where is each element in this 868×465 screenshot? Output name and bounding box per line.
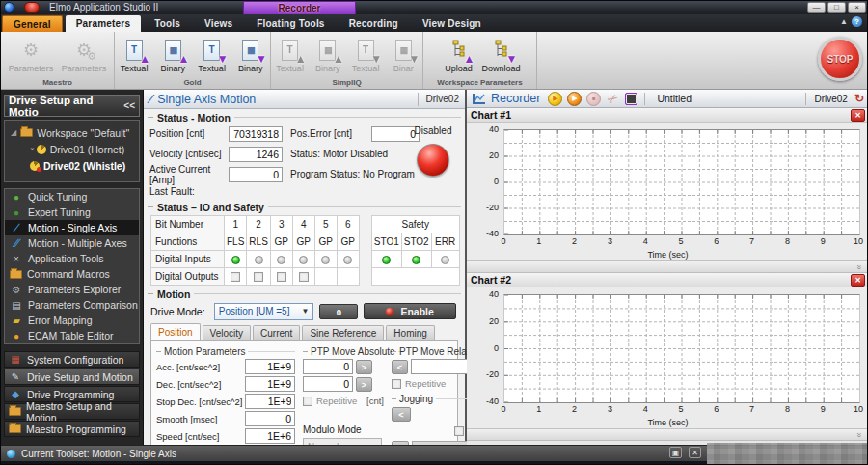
tab-current[interactable]: Current: [253, 325, 300, 340]
ribbon-button-textual[interactable]: T▼Textual: [193, 36, 231, 73]
param-field-0[interactable]: [245, 359, 295, 374]
ribbon-group-maestro: ⚙Parameters⚙⚙ParametersMaestro: [1, 32, 115, 89]
recorder-file-name[interactable]: Untitled: [652, 93, 800, 104]
menu-tab-tools[interactable]: Tools: [144, 15, 191, 32]
app-menu-icon[interactable]: [4, 2, 14, 13]
minimize-icon[interactable]: —: [807, 2, 826, 13]
close-icon[interactable]: ×: [848, 2, 866, 13]
fit-icon[interactable]: [625, 93, 637, 105]
floating-recorder-tab[interactable]: Recorder: [243, 1, 356, 14]
safety-column-label: STO2: [401, 233, 431, 251]
param-field-4[interactable]: [245, 428, 295, 444]
collapse-ribbon-icon[interactable]: ▲: [840, 17, 848, 26]
enable-button[interactable]: Enable: [364, 303, 456, 319]
expert-tuning-icon: ●: [10, 207, 23, 218]
tab-velocity[interactable]: Velocity: [203, 325, 251, 340]
motor-disabled-indicator[interactable]: [417, 144, 449, 177]
menu-tab-views[interactable]: Views: [194, 15, 243, 32]
active-current-field[interactable]: [229, 167, 283, 182]
ptp-absolute-go-1-button[interactable]: >: [356, 360, 372, 374]
digital-output-cell[interactable]: [225, 268, 247, 286]
sync-icon[interactable]: ↻: [854, 93, 864, 105]
sidebar-item-parameters-comparison[interactable]: ▤Parameters Comparison: [5, 297, 139, 313]
ribbon-button-textual[interactable]: T▲Textual: [115, 36, 153, 73]
digital-output-cell[interactable]: [270, 268, 292, 286]
quick-stop-icon[interactable]: [24, 2, 40, 13]
sidebar-item-label: Command Macros: [27, 268, 110, 280]
ribbon-button-download[interactable]: ▼Download: [480, 36, 523, 73]
sidebar-item-command-macros[interactable]: Command Macros: [5, 266, 139, 282]
tree-item-drive01-hornet[interactable]: ×Drive01 (Hornet): [5, 141, 139, 157]
sidebar-section-system-configuration[interactable]: ▦System Configuration: [4, 351, 140, 368]
ribbon-button-binar: ▦▼Binar: [385, 36, 422, 73]
expander-icon[interactable]: ◢: [11, 128, 16, 137]
run-held-checkbox[interactable]: [454, 426, 464, 436]
digital-input-led: [247, 251, 270, 268]
sidebar-section-maestro-setup-and-motion[interactable]: Maestro Setup and Motion: [4, 403, 140, 420]
output-checkbox[interactable]: [231, 272, 240, 282]
sidebar-item-application-tools[interactable]: ×Application Tools: [5, 251, 139, 266]
sidebar-item-quick-tuning[interactable]: ●Quick Tuning: [5, 189, 139, 205]
ptp-absolute-target-1[interactable]: [303, 359, 353, 374]
help-icon[interactable]: ?: [852, 16, 862, 27]
sidebar-collapse-button[interactable]: <<: [123, 100, 135, 111]
gear-icon: ⚙: [17, 37, 44, 63]
chevron-double-down-icon[interactable]: »: [854, 432, 863, 437]
ribbon-button-upload[interactable]: ▲Upload: [438, 36, 480, 73]
velocity-field[interactable]: [229, 147, 283, 162]
ribbon-button-binary[interactable]: ▦▼Binary: [231, 36, 270, 73]
sidebar-item-ecam-table-editor[interactable]: ●ECAM Table Editor: [5, 328, 139, 343]
zero-counter-button[interactable]: 0: [319, 304, 358, 319]
io-cell: [314, 268, 337, 286]
output-checkbox[interactable]: [277, 272, 286, 282]
param-field-2[interactable]: [245, 394, 295, 409]
close-icon[interactable]: ✕: [851, 274, 865, 287]
param-field-3[interactable]: [245, 411, 295, 426]
jog-left-button[interactable]: <: [392, 407, 411, 422]
ribbon-button-binary[interactable]: ▦▲Binary: [153, 36, 192, 73]
drive-mode-select[interactable]: Position [UM =5] ▼: [214, 303, 314, 320]
menu-tab-view-design[interactable]: View Design: [412, 15, 492, 32]
sidebar-item-label: Error Mapping: [28, 315, 93, 326]
chevron-double-down-icon[interactable]: »: [854, 264, 863, 269]
ptp-absolute-target-2[interactable]: [303, 376, 353, 392]
menu-tab-floating-tools[interactable]: Floating Tools: [246, 15, 335, 32]
menu-tab-parameters[interactable]: Parameters: [66, 15, 141, 32]
restore-icon[interactable]: ▣: [669, 447, 682, 458]
sidebar-item-motion-single-axis[interactable]: ∕Motion - Single Axis: [5, 220, 139, 235]
ribbon-corner-buttons: ▲ ?: [840, 16, 862, 27]
close-icon[interactable]: ✕: [689, 447, 701, 458]
sidebar-item-parameters-explorer[interactable]: ⚙Parameters Explorer: [5, 282, 139, 297]
sidebar-section-drive-setup-and-motion[interactable]: ✎Drive Setup and Motion: [4, 369, 140, 385]
menu-tab-recording[interactable]: Recording: [339, 15, 409, 32]
output-checkbox[interactable]: [299, 272, 309, 282]
ptp-absolute-go-2-button[interactable]: >: [356, 377, 372, 392]
sidebar-section-maestro-programming[interactable]: Maestro Programming: [4, 421, 140, 437]
position-field[interactable]: [229, 126, 283, 142]
tree-item-workspace-default[interactable]: ◢Workspace "Default": [5, 124, 139, 141]
digital-output-cell[interactable]: [247, 268, 270, 286]
param-field-1[interactable]: [245, 376, 295, 392]
y-tick-label: 40: [467, 124, 499, 134]
close-icon[interactable]: ✕: [851, 109, 865, 122]
io-cell: GP: [270, 233, 292, 251]
tree-item-drive02-whistle[interactable]: Drive02 (Whistle): [5, 157, 139, 174]
ptp-relative-back-button[interactable]: <: [392, 360, 408, 374]
tab-sine-reference[interactable]: Sine Reference: [302, 325, 384, 340]
digital-output-cell[interactable]: [292, 268, 314, 286]
tab-position[interactable]: Position: [150, 323, 201, 340]
sidebar-item-error-mapping[interactable]: ▰Error Mapping: [5, 313, 139, 328]
sidebar-item-label: Motion - Multiple Axes: [28, 237, 127, 249]
menu-tab-general[interactable]: General: [2, 15, 63, 32]
emergency-stop-button[interactable]: STOP: [818, 37, 862, 81]
sidebar-item-motion-multiple-axes[interactable]: ∕∕Motion - Multiple Axes: [5, 235, 139, 251]
chart-1-collapse-strip: »: [467, 261, 868, 273]
tab-homing[interactable]: Homing: [386, 325, 434, 340]
ptp-relative-repetitive-checkbox[interactable]: [392, 379, 401, 389]
output-checkbox[interactable]: [254, 272, 263, 282]
play-orange-icon[interactable]: ▶: [567, 92, 582, 106]
play-icon[interactable]: ▶: [548, 92, 562, 106]
ptp-absolute-repetitive-checkbox[interactable]: [303, 397, 312, 406]
sidebar-item-expert-tuning[interactable]: ●Expert Tuning: [5, 205, 139, 220]
maximize-icon[interactable]: □: [827, 2, 846, 13]
